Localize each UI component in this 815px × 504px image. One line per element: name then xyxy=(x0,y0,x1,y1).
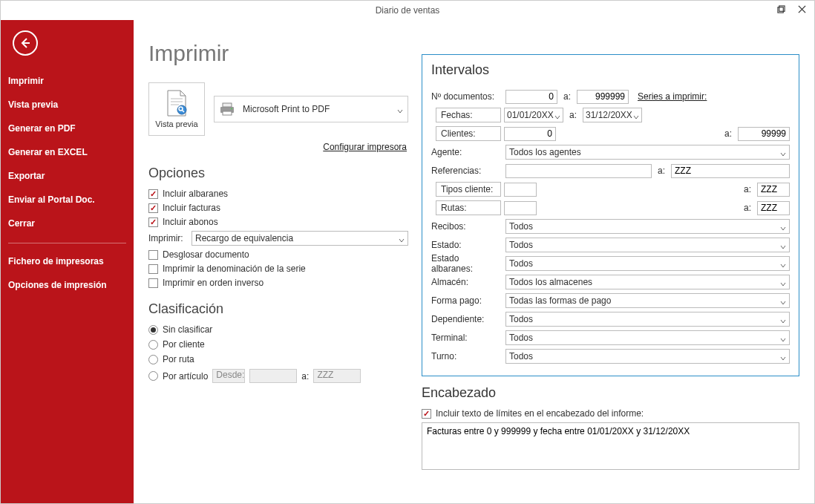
estado-label: Estado: xyxy=(431,240,503,250)
preview-button-label: Vista previa xyxy=(155,120,197,128)
dependiente-select[interactable]: Todos xyxy=(505,312,790,327)
label-incluir-facturas: Incluir facturas xyxy=(163,203,220,213)
label-por-ruta: Por ruta xyxy=(163,354,194,364)
label-orden-inverso: Imprimir en orden inverso xyxy=(163,278,264,288)
options-heading: Opciones xyxy=(148,166,408,181)
rutas-from-input[interactable] xyxy=(504,201,537,215)
svg-rect-1 xyxy=(779,5,784,10)
label-sin-clasificar: Sin clasificar xyxy=(163,324,212,335)
radio-por-ruta[interactable] xyxy=(148,355,158,364)
recibos-select[interactable]: Todos xyxy=(505,219,790,234)
a-label: a: xyxy=(744,203,751,213)
checkbox-orden-inverso[interactable] xyxy=(148,278,158,288)
forma-pago-select[interactable]: Todas las formas de pago xyxy=(505,293,790,308)
turno-select[interactable]: Todos xyxy=(505,349,790,364)
document-preview-icon xyxy=(166,90,188,117)
a-label: a: xyxy=(569,110,577,120)
forma-pago-label: Forma pago: xyxy=(431,295,503,306)
agente-select[interactable]: Todos los agentes xyxy=(505,145,790,160)
fecha-from-input[interactable]: 01/01/20XX xyxy=(504,108,563,122)
window-restore-button[interactable] xyxy=(771,1,791,17)
agente-label: Agente: xyxy=(431,147,503,157)
sidebar-item-pdf[interactable]: Generar en PDF xyxy=(1,117,134,140)
classification-heading: Clasificación xyxy=(148,301,408,317)
terminal-select[interactable]: Todos xyxy=(505,330,790,345)
sidebar-item-cerrar[interactable]: Cerrar xyxy=(1,212,134,235)
label-desglosar: Desglosar documento xyxy=(163,249,249,260)
a-label: a: xyxy=(724,128,732,139)
hasta-input[interactable]: ZZZ xyxy=(313,369,361,383)
encabezado-heading: Encabezado xyxy=(422,385,799,401)
chevron-down-icon xyxy=(554,112,560,118)
radio-por-articulo[interactable] xyxy=(148,371,158,381)
series-link[interactable]: Series a imprimir: xyxy=(638,91,707,102)
label-incluir-abonos: Incluir abonos xyxy=(163,217,218,227)
checkbox-desglosar[interactable] xyxy=(148,250,158,260)
sidebar: Imprimir Vista previa Generar en PDF Gen… xyxy=(1,20,134,503)
ref-from-input[interactable] xyxy=(505,164,652,178)
window-title: Diario de ventas xyxy=(376,5,440,16)
encabezado-textarea[interactable] xyxy=(422,422,799,470)
almacen-select[interactable]: Todos los almacenes xyxy=(505,275,790,289)
tipos-to-input[interactable] xyxy=(757,183,790,197)
imprimir-label: Imprimir: xyxy=(148,233,187,243)
fecha-to-input[interactable]: 31/12/20XX xyxy=(583,108,642,122)
chevron-down-icon xyxy=(780,335,786,341)
sidebar-item-vista-previa[interactable]: Vista previa xyxy=(1,93,134,117)
svg-rect-0 xyxy=(777,7,782,12)
rutas-to-input[interactable] xyxy=(757,201,790,215)
estado-albaranes-label: Estado albaranes: xyxy=(431,253,503,274)
sidebar-item-exportar[interactable]: Exportar xyxy=(1,164,134,188)
back-button[interactable] xyxy=(13,30,38,56)
tipos-from-input[interactable] xyxy=(504,183,537,197)
chevron-down-icon xyxy=(780,353,786,359)
configure-printer-link[interactable]: Configurar impresora xyxy=(148,142,407,152)
desde-input[interactable] xyxy=(249,369,297,383)
checkbox-denominacion-serie[interactable] xyxy=(148,264,158,274)
sidebar-item-fichero-impresoras[interactable]: Fichero de impresoras xyxy=(1,249,134,273)
checkbox-incluir-facturas[interactable] xyxy=(148,203,158,213)
tipos-cliente-button[interactable]: Tipos cliente: xyxy=(436,182,501,197)
page-title: Imprimir xyxy=(148,41,408,66)
sidebar-item-imprimir[interactable]: Imprimir xyxy=(1,69,134,93)
imprimir-select-value: Recargo de equivalencia xyxy=(195,233,293,243)
intervals-heading: Intervalos xyxy=(431,62,790,78)
chevron-down-icon xyxy=(780,261,786,266)
radio-sin-clasificar[interactable] xyxy=(148,325,158,335)
chevron-down-icon xyxy=(399,235,405,241)
printer-select[interactable]: Microsoft Print to PDF xyxy=(214,96,408,122)
chevron-down-icon xyxy=(780,298,786,304)
estado-albaranes-select[interactable]: Todos xyxy=(505,256,790,271)
preview-button[interactable]: Vista previa xyxy=(148,82,205,136)
turno-label: Turno: xyxy=(431,351,503,361)
label-denominacion-serie: Imprimir la denominación de la serie xyxy=(163,264,306,274)
ndoc-label: Nº documentos: xyxy=(431,91,503,102)
ndoc-from-input[interactable] xyxy=(505,90,557,104)
a-label: a: xyxy=(563,91,571,102)
estado-select[interactable]: Todos xyxy=(505,238,790,252)
desde-label: Desde: xyxy=(212,369,245,383)
rutas-button[interactable]: Rutas: xyxy=(436,200,501,215)
a-label: a: xyxy=(301,371,309,382)
checkbox-incluir-texto-limites[interactable] xyxy=(422,409,431,419)
cliente-to-input[interactable] xyxy=(738,127,790,141)
checkbox-incluir-albaranes[interactable] xyxy=(148,189,158,199)
clientes-button[interactable]: Clientes: xyxy=(436,126,501,141)
dependiente-label: Dependiente: xyxy=(431,314,503,324)
svg-rect-6 xyxy=(223,111,232,115)
ndoc-to-input[interactable] xyxy=(577,90,629,104)
sidebar-item-opciones-impresion[interactable]: Opciones de impresión xyxy=(1,273,134,297)
radio-por-cliente[interactable] xyxy=(148,340,158,350)
printer-icon xyxy=(219,102,235,116)
sidebar-item-portal[interactable]: Enviar al Portal Doc. xyxy=(1,188,134,212)
ref-to-input[interactable] xyxy=(671,164,790,178)
window-close-button[interactable] xyxy=(792,1,811,17)
imprimir-select[interactable]: Recargo de equivalencia xyxy=(192,231,408,246)
fechas-button[interactable]: Fechas: xyxy=(436,108,501,122)
terminal-label: Terminal: xyxy=(431,333,503,343)
recibos-label: Recibos: xyxy=(431,221,503,232)
checkbox-incluir-abonos[interactable] xyxy=(148,217,158,227)
cliente-from-input[interactable] xyxy=(504,127,556,141)
sidebar-item-excel[interactable]: Generar en EXCEL xyxy=(1,140,134,164)
intervals-panel: Intervalos Nº documentos: a: Series a im… xyxy=(422,54,799,376)
